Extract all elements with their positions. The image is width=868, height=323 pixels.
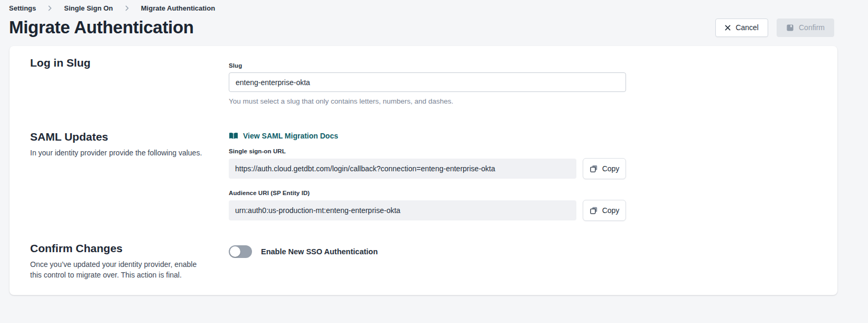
- audience-uri-value: urn:auth0:us-production-mt:enteng-enterp…: [229, 200, 576, 220]
- enable-new-sso-toggle[interactable]: [229, 245, 252, 258]
- save-disk-icon: [786, 24, 794, 32]
- login-slug-left: Log in Slug: [30, 57, 229, 69]
- slug-field-label: Slug: [229, 62, 626, 69]
- sso-url-value: https://auth.cloud.getdbt.com/login/call…: [229, 159, 576, 179]
- section-login-slug: Log in Slug Slug You must select a slug …: [30, 57, 837, 105]
- copy-pages-icon: [590, 164, 598, 173]
- header-actions: Cancel Confirm: [715, 19, 834, 37]
- enable-new-sso-toggle-label: Enable New SSO Authentication: [261, 247, 378, 256]
- copy-button-label: Copy: [602, 206, 620, 215]
- docs-link-label: View SAML Migration Docs: [243, 132, 338, 140]
- migrate-authentication-card: Log in Slug Slug You must select a slug …: [10, 46, 837, 295]
- breadcrumb-item-settings[interactable]: Settings: [9, 4, 36, 12]
- confirm-button[interactable]: Confirm: [777, 19, 834, 37]
- login-slug-right: Slug You must select a slug that only co…: [229, 57, 626, 105]
- view-saml-migration-docs-link[interactable]: View SAML Migration Docs: [229, 132, 338, 140]
- page-header: Settings Single Sign On Migrate Authenti…: [0, 0, 868, 38]
- cancel-button[interactable]: Cancel: [715, 19, 768, 37]
- audience-uri-label: Audience URI (SP Entity ID): [229, 190, 626, 196]
- audience-uri-copy-button[interactable]: Copy: [583, 200, 626, 221]
- slug-help-text: You must select a slug that only contain…: [229, 97, 626, 105]
- sso-url-row: https://auth.cloud.getdbt.com/login/call…: [229, 158, 626, 179]
- section-saml-updates: SAML Updates In your identity provider p…: [30, 131, 837, 221]
- cancel-button-label: Cancel: [735, 23, 759, 32]
- login-slug-heading: Log in Slug: [30, 57, 229, 69]
- page-title: Migrate Authentication: [9, 17, 194, 38]
- audience-uri-row: urn:auth0:us-production-mt:enteng-enterp…: [229, 200, 626, 221]
- confirm-button-label: Confirm: [799, 23, 825, 32]
- toggle-knob: [230, 246, 240, 257]
- breadcrumb: Settings Single Sign On Migrate Authenti…: [9, 4, 834, 12]
- x-icon: [725, 25, 731, 31]
- slug-input[interactable]: [229, 72, 626, 92]
- breadcrumb-item-single-sign-on[interactable]: Single Sign On: [64, 4, 113, 12]
- chevron-right-icon: [48, 5, 52, 11]
- saml-updates-right: View SAML Migration Docs Single sign-on …: [229, 131, 626, 221]
- saml-updates-left: SAML Updates In your identity provider p…: [30, 131, 229, 159]
- confirm-changes-description: Once you’ve updated your identity provid…: [30, 260, 204, 280]
- saml-updates-description: In your identity provider provide the fo…: [30, 148, 204, 159]
- section-confirm-changes: Confirm Changes Once you’ve updated your…: [30, 242, 837, 280]
- confirm-changes-left: Confirm Changes Once you’ve updated your…: [30, 242, 229, 280]
- open-book-icon: [229, 132, 238, 140]
- sso-toggle-row: Enable New SSO Authentication: [229, 245, 626, 258]
- sso-url-label: Single sign-on URL: [229, 148, 626, 154]
- confirm-changes-right: Enable New SSO Authentication: [229, 242, 626, 258]
- chevron-right-icon: [125, 5, 129, 11]
- breadcrumb-item-migrate-authentication: Migrate Authentication: [141, 4, 215, 12]
- copy-pages-icon: [590, 206, 598, 215]
- confirm-changes-heading: Confirm Changes: [30, 242, 229, 255]
- sso-url-copy-button[interactable]: Copy: [583, 158, 626, 179]
- copy-button-label: Copy: [602, 164, 620, 173]
- saml-updates-heading: SAML Updates: [30, 131, 229, 143]
